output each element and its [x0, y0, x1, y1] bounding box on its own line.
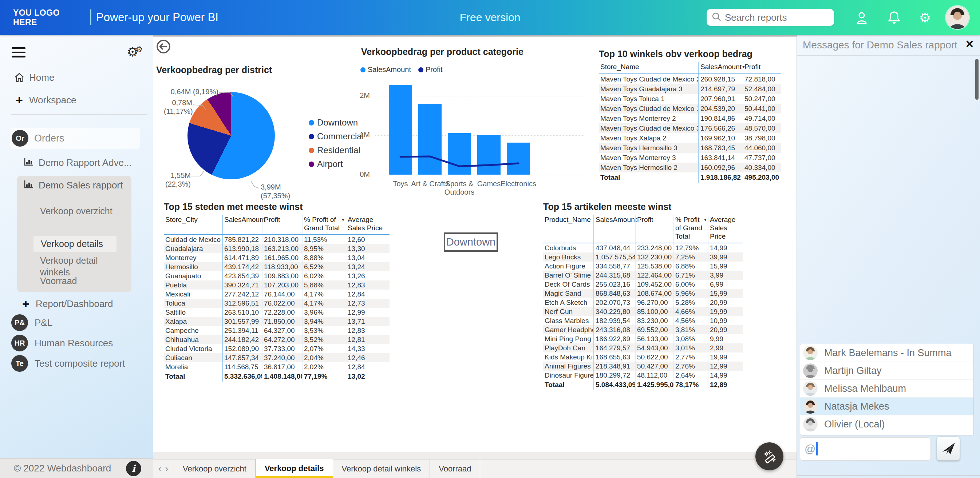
- column-header[interactable]: Store_City: [164, 214, 222, 226]
- legend-item[interactable]: Downtown: [309, 116, 364, 130]
- table-row[interactable]: Culiacan147.857,3437.240,002,04%12,46: [164, 353, 390, 362]
- tab-verkoop-detail-winkels[interactable]: Verkoop detail winkels: [333, 459, 430, 478]
- bar-Art & Crafts[interactable]: [418, 104, 442, 175]
- send-message-button[interactable]: [937, 437, 960, 461]
- column-header[interactable]: Average Sales Price: [708, 214, 743, 243]
- profile-avatar[interactable]: [946, 6, 969, 29]
- table-row[interactable]: Toluca312.596,5176.022,004,17%12,73: [164, 299, 390, 308]
- column-header[interactable]: SalesAmount: [593, 214, 635, 243]
- tab-verkoop-details[interactable]: Verkoop details: [256, 459, 333, 478]
- bar-Toys[interactable]: [389, 85, 412, 175]
- close-icon[interactable]: ×: [966, 37, 974, 52]
- tab-voorraad[interactable]: Voorraad: [430, 459, 480, 478]
- table-row[interactable]: Maven Toys Monterrey 3163.841,1447.737,0…: [599, 153, 781, 163]
- sidebar-page-verkoop-overzicht[interactable]: Verkoop overzicht: [40, 206, 113, 216]
- table-row[interactable]: Maven Toys Ciudad de Mexico 2260.928,157…: [599, 74, 781, 84]
- table-row[interactable]: Magic Sand868.848,63108.674,005,96%15,99: [543, 289, 743, 298]
- legend-item[interactable]: Residential: [309, 143, 364, 157]
- table-row[interactable]: Campeche251.394,1164.327,003,53%12,83: [164, 326, 390, 335]
- sidebar-page-verkoop-detail-winkels[interactable]: Verkoop detail winkels: [40, 255, 109, 278]
- district-slicer-downtown[interactable]: Downtown: [444, 232, 498, 252]
- table-row[interactable]: Cuidad de Mexico785.821,22210.318,0011,5…: [164, 235, 390, 244]
- back-button[interactable]: [156, 39, 171, 54]
- user-list-item[interactable]: Mark Baelemans - In Summa: [800, 344, 974, 362]
- column-header[interactable]: Store_Name: [599, 62, 698, 73]
- table-row[interactable]: Action Figure334.558,77125.538,006,88%15…: [543, 262, 743, 271]
- table-row[interactable]: Etch A Sketch202.070,7396.270,005,28%20,…: [543, 298, 743, 307]
- table-row[interactable]: Hermosillo439.174,42118.933,006,52%13,24: [164, 262, 390, 272]
- magic-wand-button[interactable]: [756, 442, 783, 470]
- column-header[interactable]: % Profit of Grand Total▼: [673, 214, 708, 243]
- user-list-item[interactable]: Olivier (Local): [800, 415, 974, 433]
- user-list-item[interactable]: Melissa Mehlbaum: [800, 380, 974, 398]
- sidebar-item-workspace[interactable]: + Workspace: [0, 92, 153, 108]
- bell-icon[interactable]: [887, 11, 901, 25]
- table-row[interactable]: Maven Toys Toluca 1207.960,9150.247,00: [599, 94, 781, 104]
- sidebar-page-verkoop-details-active[interactable]: Verkoop details: [33, 236, 116, 252]
- bar-Electronics[interactable]: [507, 143, 530, 175]
- table-row[interactable]: Morelia114.568,7536.817,002,02%12,84: [164, 362, 390, 372]
- table-row[interactable]: Colorbuds437.048,44233.248,0012,79%14,99: [543, 243, 743, 252]
- sidebar-workspace-orders[interactable]: Or Orders: [10, 128, 140, 149]
- sidebar-page-voorraad[interactable]: Voorraad: [40, 276, 77, 286]
- top15-products-table[interactable]: Top 15 artikelen meeste winstProduct_Nam…: [543, 202, 743, 390]
- table-row[interactable]: Puebla390.324,71107.203,005,88%12,83: [164, 281, 390, 289]
- table-row[interactable]: Maven Toys Xalapa 2169.962,1038.798,00: [599, 133, 781, 143]
- table-row[interactable]: Mexicali277.242,1276.144,004,17%12,84: [164, 289, 390, 299]
- sidebar-item-add-report[interactable]: + Report/Dashboard: [0, 295, 153, 312]
- sidebar-workspace-hr[interactable]: HR Human Resources: [11, 335, 113, 351]
- column-header[interactable]: Profit: [635, 214, 673, 243]
- settings-gears-icon[interactable]: ⚙⚙: [127, 44, 146, 60]
- sidebar-workspace-test[interactable]: Te Test composite report: [11, 355, 125, 372]
- table-row[interactable]: Kids Makeup Kit168.655,6350.622,002,77%1…: [543, 353, 743, 362]
- table-row[interactable]: Ciudad Victoria152.089,9037.733,002,07%1…: [164, 344, 390, 353]
- column-header[interactable]: Profit: [743, 62, 781, 73]
- column-header[interactable]: SalesAmount: [222, 214, 262, 234]
- table-row[interactable]: Barrel O' Slime244.315,68122.464,006,71%…: [543, 271, 743, 280]
- column-header[interactable]: % Profit of Grand Total▼: [302, 214, 346, 234]
- top10-stores-table[interactable]: Top 10 winkels obv verkoop bedragStore_N…: [599, 49, 781, 183]
- sidebar-workspace-pnl[interactable]: P& P&L: [11, 314, 52, 331]
- horizontal-scrollbar-track[interactable]: [153, 452, 797, 459]
- table-row[interactable]: Xalapa301.557,9971.850,003,94%13,71: [164, 317, 390, 326]
- table-row[interactable]: Saltillo263.510,1072.228,003,96%12,99: [164, 308, 390, 317]
- table-row[interactable]: Monterrey614.471,89161.965,008,88%13,04: [164, 253, 390, 262]
- table-row[interactable]: Glass Marbles182.939,5483.230,004,56%10,…: [543, 316, 743, 325]
- legend-item[interactable]: Airport: [309, 157, 364, 171]
- table-row[interactable]: Deck Of Cards255.023,16109.452,006,00%6,…: [543, 280, 743, 289]
- table-row[interactable]: Guadalajara613.990,18163.213,008,95%13,3…: [164, 244, 390, 253]
- table-row[interactable]: Maven Toys Guadalajara 3214.697,7952.484…: [599, 84, 781, 94]
- tab-verkoop-overzicht[interactable]: Verkoop overzicht: [174, 459, 256, 478]
- sidebar-report-demo-sales[interactable]: Demo Sales rapport: [24, 180, 123, 191]
- column-header[interactable]: SalesAmount▼: [698, 62, 743, 73]
- search-input[interactable]: Search reports: [706, 9, 834, 26]
- message-input[interactable]: @: [800, 437, 931, 461]
- tab-nav-arrows[interactable]: ‹ ›: [153, 459, 174, 478]
- table-row[interactable]: Maven Toys Hermosillo 3168.783,4544.060,…: [599, 143, 781, 153]
- table-row[interactable]: Guanajuato423.854,39109.883,006,02%13,26: [164, 272, 390, 281]
- column-header[interactable]: Average Sales Price: [346, 214, 390, 234]
- column-header[interactable]: Profit: [262, 214, 302, 234]
- column-header[interactable]: Product_Name: [543, 214, 593, 226]
- table-row[interactable]: Nerf Gun340.229,8085.100,004,66%19,99: [543, 307, 743, 316]
- user-list-item[interactable]: Martijn Giltay: [800, 362, 974, 380]
- user-list-scrollbar[interactable]: [975, 59, 978, 100]
- table-row[interactable]: Maven Toys Ciudad de Mexico 1204.539,205…: [599, 104, 781, 113]
- table-row[interactable]: Lego Bricks1.057.575,54132.230,007,25%39…: [543, 252, 743, 262]
- table-row[interactable]: PlayDoh Can164.279,5754.943,003,01%2,99: [543, 343, 743, 353]
- table-row[interactable]: Chihuahua244.182,4264.272,003,52%12,81: [164, 335, 390, 344]
- top15-cities-table[interactable]: Top 15 steden met meeste winstStore_City…: [164, 202, 390, 381]
- table-row[interactable]: Dinosaur Figures180.299,7248.112,002,64%…: [543, 371, 743, 380]
- gear-icon[interactable]: ⚙: [918, 11, 932, 25]
- table-row[interactable]: Mini Ping Pong Set186.922,8956.133,003,0…: [543, 334, 743, 343]
- user-icon[interactable]: [855, 11, 869, 25]
- hamburger-menu-icon[interactable]: [12, 47, 25, 57]
- bar-Sports & Outdoors[interactable]: [448, 133, 471, 175]
- tab-next-icon[interactable]: ›: [165, 463, 169, 474]
- user-list-item-partial[interactable]: [800, 433, 974, 435]
- sidebar-item-home[interactable]: Home: [0, 69, 153, 86]
- pie-chart[interactable]: [188, 92, 275, 179]
- table-row[interactable]: Gamer Headphones243.316,0869.552,003,81%…: [543, 325, 743, 334]
- sidebar-report-demo-rapport[interactable]: Demo Rapport Adve...: [24, 157, 132, 168]
- table-row[interactable]: Maven Toys Ciudad de Mexico 3176.566,264…: [599, 123, 781, 133]
